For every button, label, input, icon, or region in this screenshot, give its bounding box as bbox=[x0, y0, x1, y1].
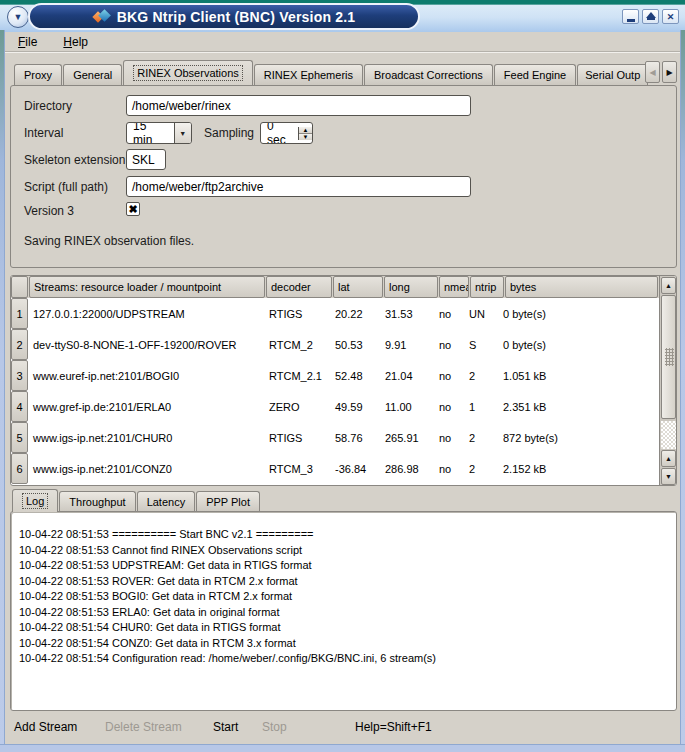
stream-row[interactable]: 1 127.0.0.1:22000/UDPSTREAM RTIGS 20.22 … bbox=[11, 298, 659, 329]
tab-latency[interactable]: Latency bbox=[137, 491, 196, 512]
stream-row[interactable]: 4 www.gref-ip.de:2101/ERLA0 ZERO 49.59 1… bbox=[11, 391, 659, 422]
header-decoder[interactable]: decoder bbox=[266, 276, 332, 298]
app-window: ▼ BKG Ntrip Client (BNC) Version 2.1 ✕ F… bbox=[0, 0, 685, 752]
grip-icon bbox=[665, 348, 674, 366]
log-line: 10-04-22 08:51:53 BOGI0: Get data in RTC… bbox=[19, 589, 668, 605]
tab-rinex-observations[interactable]: RINEX Observations bbox=[123, 60, 252, 85]
skeleton-extension-input[interactable]: SKL bbox=[126, 149, 166, 170]
header-nmea[interactable]: nmea bbox=[439, 276, 469, 298]
streams-table-header: Streams: resource loader / mountpoint de… bbox=[11, 276, 659, 298]
header-long[interactable]: long bbox=[384, 276, 438, 298]
maximize-icon bbox=[646, 12, 656, 18]
tab-ppp-plot[interactable]: PPP Plot bbox=[196, 491, 260, 512]
log-line: 10-04-22 08:51:53 Cannot find RINEX Obse… bbox=[19, 543, 668, 559]
minimize-icon bbox=[627, 19, 635, 22]
log-output[interactable]: 10-04-22 08:51:53 ========== Start BNC v… bbox=[10, 511, 677, 711]
window-title: BKG Ntrip Client (BNC) Version 2.1 bbox=[117, 9, 356, 25]
arrow-up-icon: ▲ bbox=[665, 282, 672, 289]
window-border-bottom bbox=[0, 744, 685, 752]
header-mountpoint[interactable]: Streams: resource loader / mountpoint bbox=[29, 276, 265, 298]
arrow-down-icon: ▼ bbox=[665, 473, 672, 480]
stream-row[interactable]: 5 www.igs-ip.net:2101/CHUR0 RTIGS 58.76 … bbox=[11, 422, 659, 453]
table-scrollbar[interactable]: ▲ ▲ ▼ bbox=[659, 276, 676, 485]
arrow-up-icon: ▲ bbox=[665, 455, 672, 462]
window-content: File Help Proxy General RINEX Observatio… bbox=[5, 32, 680, 744]
scroll-up-button2[interactable]: ▲ bbox=[661, 450, 676, 467]
tab-broadcast-corrections[interactable]: Broadcast Corrections bbox=[364, 64, 493, 85]
log-line: 10-04-22 08:51:53 UDPSTREAM: Get data in… bbox=[19, 558, 668, 574]
spin-up-button[interactable]: ▲ bbox=[299, 127, 312, 134]
config-tabbar: Proxy General RINEX Observations RINEX E… bbox=[14, 60, 649, 85]
panel-status-note: Saving RINEX observation files. bbox=[24, 234, 194, 248]
arrow-right-icon: ▶ bbox=[666, 68, 672, 77]
tab-scroll-right-button[interactable]: ▶ bbox=[662, 61, 677, 83]
log-tabbar: Log Throughput Latency PPP Plot bbox=[12, 489, 261, 512]
directory-input[interactable]: /home/weber/rinex bbox=[126, 95, 471, 116]
combo-dropdown-button[interactable]: ▼ bbox=[174, 123, 191, 143]
tab-proxy[interactable]: Proxy bbox=[14, 64, 62, 85]
tab-log[interactable]: Log bbox=[12, 489, 58, 512]
stream-row[interactable]: 6 www.igs-ip.net:2101/CONZ0 RTCM_3 -36.8… bbox=[11, 453, 659, 484]
streams-table: Streams: resource loader / mountpoint de… bbox=[10, 275, 677, 486]
script-label: Script (full path) bbox=[24, 180, 108, 194]
arrow-left-icon: ◀ bbox=[649, 68, 655, 77]
stream-row[interactable]: 3 www.euref-ip.net:2101/BOGI0 RTCM_2.1 5… bbox=[11, 360, 659, 391]
stream-row[interactable]: 2 dev-ttyS0-8-NONE-1-OFF-19200/ROVER RTC… bbox=[11, 329, 659, 360]
tab-scroll-left-button[interactable]: ◀ bbox=[645, 61, 660, 83]
checkmark-icon: ✖ bbox=[128, 203, 137, 216]
help-shortcut-label: Help=Shift+F1 bbox=[355, 720, 432, 734]
title-capsule: BKG Ntrip Client (BNC) Version 2.1 bbox=[28, 3, 420, 30]
version3-label: Version 3 bbox=[24, 204, 74, 218]
scroll-down-button[interactable]: ▼ bbox=[661, 468, 676, 485]
sampling-label: Sampling bbox=[204, 126, 254, 140]
sampling-spinner[interactable]: 0 sec ▲ ▼ bbox=[260, 122, 313, 144]
log-line: 10-04-22 08:51:54 CONZ0: Get data in RTC… bbox=[19, 636, 668, 652]
delete-stream-button[interactable]: Delete Stream bbox=[105, 720, 182, 734]
scroll-up-button[interactable]: ▲ bbox=[661, 277, 676, 294]
tab-serial-output[interactable]: Serial Outp bbox=[577, 64, 648, 85]
window-border-right bbox=[680, 30, 685, 752]
tab-general[interactable]: General bbox=[63, 64, 122, 85]
scrollbar-thumb[interactable] bbox=[661, 295, 676, 419]
tab-feed-engine[interactable]: Feed Engine bbox=[494, 64, 576, 85]
minimize-button[interactable] bbox=[622, 9, 639, 24]
window-menu-button[interactable]: ▼ bbox=[7, 6, 29, 28]
version3-checkbox[interactable]: ✖ bbox=[126, 202, 140, 216]
scrollbar-track[interactable] bbox=[661, 421, 676, 449]
add-stream-button[interactable]: Add Stream bbox=[14, 720, 77, 734]
skeleton-extension-label: Skeleton extension bbox=[24, 153, 125, 167]
log-line: 10-04-22 08:51:53 ROVER: Get data in RTC… bbox=[19, 574, 668, 590]
header-bytes[interactable]: bytes bbox=[505, 276, 658, 298]
chevron-down-icon: ▼ bbox=[14, 12, 23, 22]
close-icon: ✕ bbox=[667, 12, 675, 22]
close-button[interactable]: ✕ bbox=[662, 9, 679, 24]
interval-label: Interval bbox=[24, 126, 63, 140]
log-line: 10-04-22 08:51:54 Configuration read: /h… bbox=[19, 651, 668, 667]
log-line: 10-04-22 08:51:54 CHUR0: Get data in RTI… bbox=[19, 620, 668, 636]
titlebar: ▼ BKG Ntrip Client (BNC) Version 2.1 ✕ bbox=[0, 0, 685, 32]
log-line: 10-04-22 08:51:53 ERLA0: Get data in ori… bbox=[19, 605, 668, 621]
header-ntrip[interactable]: ntrip bbox=[470, 276, 504, 298]
directory-label: Directory bbox=[24, 99, 72, 113]
tab-throughput[interactable]: Throughput bbox=[59, 491, 135, 512]
header-lat[interactable]: lat bbox=[333, 276, 383, 298]
tab-rinex-ephemeris[interactable]: RINEX Ephemeris bbox=[254, 64, 363, 85]
maximize-button[interactable] bbox=[642, 9, 659, 24]
script-input[interactable]: /home/weber/ftp2archive bbox=[126, 176, 471, 197]
menu-file[interactable]: File bbox=[14, 34, 41, 51]
chevron-down-icon: ▼ bbox=[179, 130, 186, 137]
menu-help[interactable]: Help bbox=[59, 34, 92, 51]
menubar: File Help bbox=[5, 32, 680, 52]
log-line: 10-04-22 08:51:53 ========== Start BNC v… bbox=[19, 527, 668, 543]
start-button[interactable]: Start bbox=[213, 720, 238, 734]
stop-button[interactable]: Stop bbox=[262, 720, 287, 734]
bnc-app-icon bbox=[93, 9, 109, 25]
header-rownum[interactable] bbox=[11, 276, 28, 298]
rinex-observations-panel: Directory /home/weber/rinex Interval 15 … bbox=[10, 85, 677, 268]
spin-down-button[interactable]: ▼ bbox=[299, 134, 312, 140]
interval-select[interactable]: 15 min ▼ bbox=[126, 122, 192, 144]
